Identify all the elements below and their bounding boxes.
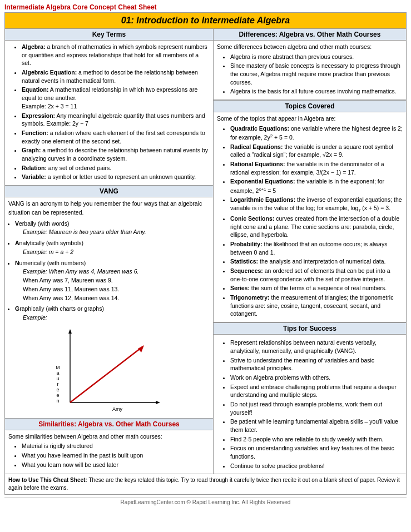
- vang-a-label: nalytically (with symbols): [19, 240, 84, 246]
- list-item: Expression: Any meaningful algebraic qua…: [22, 112, 210, 128]
- term: Radical Equations:: [230, 143, 283, 150]
- differences-intro: Some differences between algebra and oth…: [217, 43, 403, 51]
- svg-text:M: M: [56, 365, 60, 370]
- definition: a symbol or letter used to represent an …: [48, 173, 196, 180]
- vang-g-example: Example:: [23, 314, 47, 321]
- svg-text:e: e: [56, 392, 59, 398]
- list-item: Logarithmic Equations: the inverse of ex…: [230, 196, 403, 213]
- definition: A mathematical relationship in which two…: [22, 86, 197, 109]
- differences-body: Some differences between algebra and oth…: [214, 41, 406, 100]
- term: Equation:: [22, 86, 48, 93]
- term: Algebraic Equation:: [22, 69, 77, 76]
- list-item: Do not just read through example problem…: [230, 400, 403, 416]
- vang-n-label: umerically (with numbers): [19, 260, 86, 266]
- list-item: Represent relationships between natural …: [230, 339, 403, 355]
- term: Function:: [22, 130, 48, 136]
- list-item: Numerically (with numbers) Example: When…: [15, 259, 210, 303]
- term: Probability:: [230, 241, 263, 247]
- list-item: Series: the sum of the terms of a sequen…: [230, 284, 403, 292]
- graph-area: M a u r e e n Amy: [8, 325, 210, 414]
- similarities-body: Some similarities between Algebra and ot…: [5, 430, 213, 473]
- topics-header: Topics Covered: [214, 100, 406, 112]
- list-item: Focus on understanding variables and key…: [230, 444, 403, 460]
- definition: a method to describe the relationship be…: [22, 147, 208, 162]
- vang-a: A: [15, 240, 19, 246]
- vang-n: N: [15, 260, 19, 266]
- list-item: Algebra: a branch of mathematics in whic…: [22, 43, 210, 67]
- term: Exponential Equations:: [230, 178, 295, 185]
- svg-text:n: n: [56, 398, 59, 404]
- svg-marker-2: [68, 329, 72, 334]
- bottom-note-label: How to Use This Cheat Sheet:: [8, 477, 88, 483]
- list-item: Graphically (with charts or graphs) Exam…: [15, 305, 210, 322]
- list-item: Verbally (with words) Example: Maureen i…: [15, 220, 210, 237]
- list-item: What you learn now will be used later: [22, 461, 210, 469]
- graph-svg: M a u r e e n Amy: [53, 325, 165, 414]
- definition: a branch of mathematics in which symbols…: [22, 43, 207, 66]
- list-item: Material is rigidly structured: [22, 442, 210, 450]
- svg-text:u: u: [56, 376, 59, 381]
- term: Algebra:: [22, 43, 46, 50]
- key-terms-body: Algebra: a branch of mathematics in whic…: [5, 41, 213, 185]
- topics-intro: Some of the topics that appear in Algebr…: [217, 115, 403, 123]
- vang-v-label: erbally (with words): [19, 220, 69, 227]
- definition: the analysis and interpretation of numer…: [260, 258, 385, 265]
- definition: a relation where each element of the fir…: [22, 130, 205, 145]
- term: Series:: [230, 285, 250, 291]
- tips-section: Tips for Success Represent relationships…: [214, 322, 406, 474]
- vang-n-data2: When Amy was 11, Maureen was 13.: [23, 285, 210, 294]
- list-item: Be patient while learning fundamental al…: [230, 417, 403, 434]
- list-item: Algebraic Equation: a method to describe…: [22, 68, 210, 84]
- svg-marker-13: [138, 345, 144, 352]
- key-terms-header: Key Terms: [5, 29, 213, 41]
- list-item: Since mastery of basic concepts is neces…: [230, 62, 403, 86]
- definition: any set of ordered pairs.: [48, 165, 111, 171]
- footer: RapidLearningCenter.com © Rapid Learning…: [4, 497, 407, 505]
- term: Rational Equations:: [230, 161, 285, 167]
- list-item: Algebra is more abstract than previous c…: [230, 53, 403, 61]
- top-title: Intermediate Algebra Core Concept Cheat …: [4, 3, 407, 11]
- svg-line-12: [70, 347, 142, 402]
- term: Conic Sections:: [230, 215, 274, 222]
- definition: the sum of the terms of a sequence of re…: [251, 285, 387, 291]
- vang-v-example: Example: Maureen is two years older than…: [23, 228, 146, 235]
- vang-v: V: [15, 220, 19, 227]
- list-item: Statistics: the analysis and interpretat…: [230, 257, 403, 266]
- list-item: Relation: any set of ordered pairs.: [22, 164, 210, 172]
- list-item: Radical Equations: the variable is under…: [230, 143, 403, 159]
- svg-text:Amy: Amy: [112, 406, 123, 412]
- list-item: Graph: a method to describe the relation…: [22, 146, 210, 162]
- term: Quadratic Equations:: [230, 125, 289, 132]
- list-item: Expect and embrace challenging problems …: [230, 383, 403, 399]
- left-column: Key Terms Algebra: a branch of mathemati…: [5, 29, 214, 474]
- list-item: Trigonometry: the measurement of triangl…: [230, 294, 403, 318]
- vang-a-example: Example: m = a + 2: [23, 248, 73, 255]
- bottom-note: How to Use This Cheat Sheet: These are t…: [4, 474, 407, 495]
- list-item: Sequences: an ordered set of elements th…: [230, 267, 403, 283]
- list-item: Algebra is the basis for all future cour…: [230, 87, 403, 96]
- svg-text:a: a: [56, 370, 59, 376]
- two-col-layout: Key Terms Algebra: a branch of mathemati…: [4, 29, 407, 474]
- similarities-section: Similarities: Algebra vs. Other Math Cou…: [5, 418, 213, 473]
- list-item: Continue to solve practice problems!: [230, 462, 403, 470]
- vang-n-data1: When Amy was 7, Maureen was 9.: [23, 276, 210, 285]
- list-item: What you have learned in the past is bui…: [22, 451, 210, 460]
- vang-header: VANG: [5, 186, 213, 197]
- list-item: Equation: A mathematical relationship in…: [22, 86, 210, 110]
- vang-body: VANG is an acronym to help you remember …: [5, 197, 213, 418]
- topics-section: Topics Covered Some of the topics that a…: [214, 100, 406, 322]
- vang-g: G: [15, 305, 19, 312]
- vang-intro: VANG is an acronym to help you remember …: [8, 200, 210, 217]
- list-item: Variable: a symbol or letter used to rep…: [22, 173, 210, 181]
- page: Intermediate Algebra Core Concept Cheat …: [0, 0, 411, 509]
- list-item: Quadratic Equations: one variable where …: [230, 125, 403, 142]
- list-item: Probability: the likelihood that an outc…: [230, 240, 403, 256]
- list-item: Function: a relation where each element …: [22, 129, 210, 145]
- vang-g-label: raphically (with charts or graphs): [19, 305, 104, 312]
- svg-marker-3: [156, 401, 160, 404]
- vang-n-example: Example: When Amy was 4, Maureen was 6.: [23, 268, 139, 275]
- term: Sequences:: [230, 267, 263, 274]
- similarities-intro: Some similarities between Algebra and ot…: [8, 432, 210, 441]
- main-header: 01: Introduction to Intermediate Algebra: [4, 12, 407, 29]
- list-item: Exponential Equations: the variable is i…: [230, 177, 403, 195]
